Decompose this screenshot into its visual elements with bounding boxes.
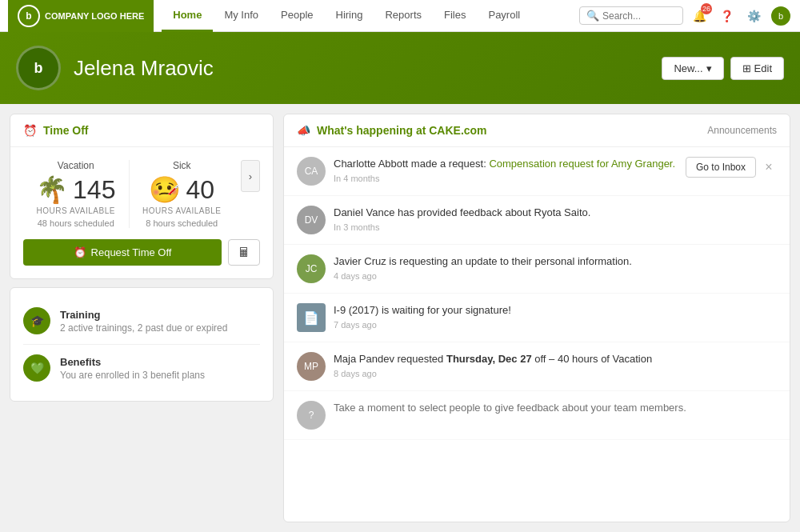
help-button[interactable]: ❓	[715, 5, 738, 27]
feed-card: 📣 What's happening at CAKE.com Announcem…	[283, 114, 790, 522]
logo-text: COMPANY LOGO HERE	[45, 11, 144, 21]
edit-button[interactable]: ⊞ Edit	[730, 57, 784, 80]
request-time-off-button[interactable]: ⏰ Request Time Off	[23, 239, 222, 266]
profile-header: b Jelena Mraovic New... ▾ ⊞ Edit	[0, 32, 800, 104]
time-off-title: Time Off	[43, 124, 89, 137]
edit-icon: ⊞	[742, 62, 751, 74]
go-to-inbox-button[interactable]: Go to Inbox	[686, 157, 756, 178]
feed-text: Maja Pandev requested Thursday, Dec 27 o…	[334, 352, 777, 366]
time-off-next-button[interactable]: ›	[241, 160, 260, 192]
time-off-card: ⏰ Time Off Vacation 🌴 145 HOURS AVAILABL…	[10, 114, 274, 279]
feed-content: Charlotte Abbott made a request: Compens…	[334, 157, 678, 183]
info-card: 🎓 Training 2 active trainings, 2 past du…	[10, 287, 274, 402]
time-off-actions: ⏰ Request Time Off 🖩	[23, 239, 260, 266]
benefits-item[interactable]: 💚 Benefits You are enrolled in 3 benefit…	[23, 345, 260, 391]
time-off-header: ⏰ Time Off	[10, 114, 273, 147]
time-off-body: Vacation 🌴 145 HOURS AVAILABLE 48 hours …	[10, 147, 273, 278]
request-icon: ⏰	[74, 246, 86, 258]
avatar: ?	[297, 401, 326, 430]
sick-scheduled: 8 hours scheduled	[138, 218, 227, 228]
nav-payroll[interactable]: Payroll	[477, 0, 531, 32]
logo-area[interactable]: b COMPANY LOGO HERE	[8, 0, 154, 32]
info-card-body: 🎓 Training 2 active trainings, 2 past du…	[10, 288, 273, 401]
edit-button-label: Edit	[754, 62, 772, 74]
training-title: Training	[60, 309, 227, 321]
feed-item: CA Charlotte Abbott made a request: Comp…	[284, 147, 790, 196]
feed-item: MP Maja Pandev requested Thursday, Dec 2…	[284, 342, 790, 391]
feed-item: DV Daniel Vance has provided feedback ab…	[284, 196, 790, 245]
new-button-label: New...	[674, 62, 702, 74]
feed-text: Javier Cruz is requesting an update to t…	[334, 254, 777, 269]
feed-time: 7 days ago	[334, 320, 777, 330]
feed-content: I-9 (2017) is waiting for your signature…	[334, 303, 777, 330]
feed-time: 4 days ago	[334, 271, 777, 281]
training-text: Training 2 active trainings, 2 past due …	[60, 309, 227, 334]
megaphone-icon: 📣	[297, 124, 310, 137]
right-column: 📣 What's happening at CAKE.com Announcem…	[283, 114, 790, 522]
profile-name: Jelena Mraovic	[74, 56, 649, 81]
sick-label: Sick	[138, 160, 227, 171]
feed-actions: Go to Inbox ×	[686, 157, 777, 178]
feed-text: Daniel Vance has provided feedback about…	[334, 206, 777, 220]
calculator-button[interactable]: 🖩	[228, 239, 260, 266]
announcements-link[interactable]: Announcements	[707, 125, 777, 136]
feed-content: Take a moment to select people to give f…	[334, 401, 777, 415]
nav-right: 🔍 🔔 26 ❓ ⚙️ b	[579, 5, 792, 27]
feed-item: ? Take a moment to select people to give…	[284, 391, 790, 440]
nav-reports[interactable]: Reports	[374, 0, 433, 32]
search-box[interactable]: 🔍	[579, 6, 683, 25]
sick-hours-label: HOURS AVAILABLE	[138, 206, 227, 215]
nav-home[interactable]: Home	[162, 0, 213, 32]
training-item[interactable]: 🎓 Training 2 active trainings, 2 past du…	[23, 298, 260, 345]
nav-people[interactable]: People	[270, 0, 324, 32]
feed-content: Maja Pandev requested Thursday, Dec 27 o…	[334, 352, 777, 378]
search-icon: 🔍	[586, 10, 599, 22]
nav-files[interactable]: Files	[433, 0, 477, 32]
sick-icon: 🤒	[149, 174, 181, 205]
avatar: CA	[297, 157, 326, 186]
document-icon: 📄	[297, 303, 326, 332]
left-column: ⏰ Time Off Vacation 🌴 145 HOURS AVAILABL…	[10, 114, 274, 522]
vacation-scheduled: 48 hours scheduled	[31, 218, 121, 228]
new-button[interactable]: New... ▾	[662, 57, 723, 80]
benefits-title: Benefits	[60, 356, 205, 368]
feed-time: 8 days ago	[334, 369, 777, 378]
user-avatar[interactable]: b	[770, 5, 792, 27]
clock-icon: ⏰	[23, 124, 37, 137]
feed-header: 📣 What's happening at CAKE.com Announcem…	[284, 114, 790, 147]
avatar: MP	[297, 352, 326, 381]
feed-time: In 3 months	[334, 222, 777, 232]
logo-icon: b	[18, 5, 40, 27]
vacation-label: Vacation	[31, 160, 121, 171]
nav-myinfo[interactable]: My Info	[213, 0, 270, 32]
notification-badge: 26	[701, 3, 712, 14]
avatar: JC	[297, 254, 326, 283]
feed-item: 📄 I-9 (2017) is waiting for your signatu…	[284, 294, 790, 342]
notifications-button[interactable]: 🔔 26	[688, 5, 710, 27]
top-navigation: b COMPANY LOGO HERE Home My Info People …	[0, 0, 800, 32]
chevron-down-icon: ▾	[706, 62, 712, 74]
profile-actions: New... ▾ ⊞ Edit	[662, 57, 784, 80]
feed-text: I-9 (2017) is waiting for your signature…	[334, 303, 777, 318]
vacation-hours: 145	[73, 175, 115, 205]
benefits-text: Benefits You are enrolled in 3 benefit p…	[60, 356, 205, 381]
palm-tree-icon: 🌴	[36, 174, 68, 205]
feed-content: Javier Cruz is requesting an update to t…	[334, 254, 777, 281]
feed-title: What's happening at CAKE.com	[317, 124, 487, 137]
sick-hours-display: 🤒 40	[138, 174, 227, 205]
feed-item: JC Javier Cruz is requesting an update t…	[284, 245, 790, 294]
benefits-subtitle: You are enrolled in 3 benefit plans	[60, 370, 205, 381]
training-subtitle: 2 active trainings, 2 past due or expire…	[60, 322, 227, 334]
vacation-hours-label: HOURS AVAILABLE	[31, 206, 121, 215]
feed-time: In 4 months	[334, 174, 678, 183]
close-button[interactable]: ×	[761, 159, 777, 175]
settings-button[interactable]: ⚙️	[742, 5, 765, 27]
nav-hiring[interactable]: Hiring	[325, 0, 374, 32]
sick-hours: 40	[186, 175, 214, 205]
benefits-icon: 💚	[23, 354, 50, 382]
feed-content: Daniel Vance has provided feedback about…	[334, 206, 777, 232]
nav-links: Home My Info People Hiring Reports Files…	[162, 0, 531, 32]
search-input[interactable]	[602, 10, 674, 22]
feed-link[interactable]: Compensation request for Amy Granger.	[489, 158, 675, 170]
training-icon: 🎓	[23, 307, 50, 334]
